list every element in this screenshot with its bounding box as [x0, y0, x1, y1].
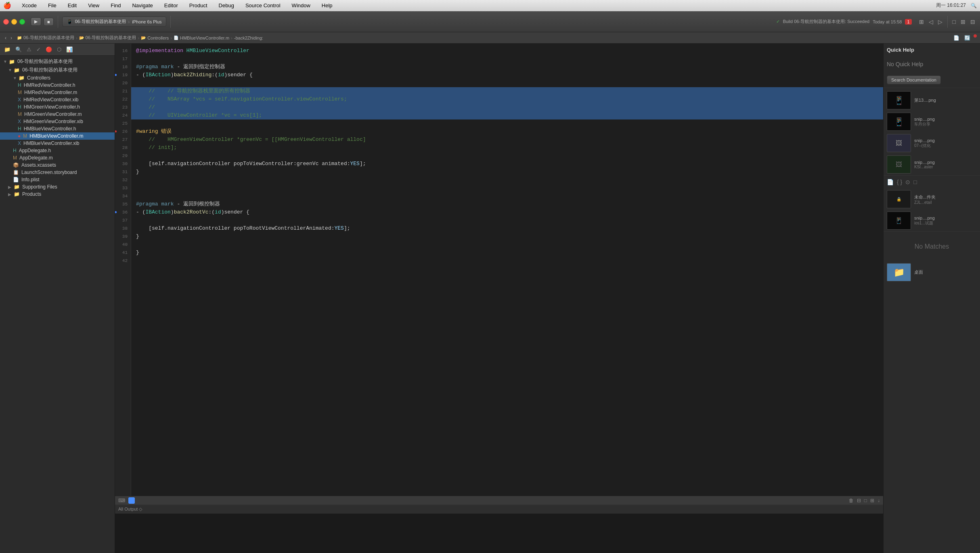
- menu-navigate[interactable]: Navigate: [130, 2, 155, 9]
- hide-navigator[interactable]: ◁: [927, 16, 935, 28]
- menu-xcode[interactable]: Xcode: [19, 2, 39, 9]
- nav-item-appdelegate-m[interactable]: M AppDelegate.m: [0, 154, 115, 161]
- file-thumb-2[interactable]: 📱 snip....png 车丹分享: [884, 111, 980, 132]
- nav-item-supporting[interactable]: ▶ 📁 Supporting Files: [0, 183, 115, 191]
- menu-file[interactable]: File: [46, 2, 59, 9]
- file-thumb-ios[interactable]: 📱 snip....png ios1...试题: [884, 210, 980, 231]
- ln-39: 39: [115, 233, 131, 241]
- nav-hmred-m-label: HMRedViewController.m: [24, 90, 77, 95]
- breadcrumb-method[interactable]: -back2Zhiding:: [234, 36, 263, 40]
- view-btn-2[interactable]: □: [864, 498, 867, 503]
- file-thumb-1[interactable]: 📱 第13....png: [884, 90, 980, 111]
- breadcrumb-actions: 📄 🔄: [952, 34, 977, 42]
- nav-item-hmred-m[interactable]: M HMRedViewController.m: [0, 89, 115, 96]
- breadcrumb-sep-2: ›: [138, 36, 139, 40]
- nav-item-assets[interactable]: 📦 Assets.xcassets: [0, 161, 115, 169]
- breadcrumb-back[interactable]: ‹: [3, 34, 8, 42]
- menu-editor[interactable]: Editor: [162, 2, 180, 9]
- nav-search-btn[interactable]: 🔍: [14, 46, 23, 53]
- apple-menu[interactable]: 🍎: [3, 2, 11, 9]
- close-button[interactable]: [3, 19, 9, 25]
- maximize-button[interactable]: [19, 19, 25, 25]
- ln-25: 25: [115, 119, 131, 128]
- nav-item-group1[interactable]: ▼ 📁 06-导航控制器的基本使用: [0, 66, 115, 74]
- breadcrumb-forward[interactable]: ›: [9, 34, 14, 42]
- menu-help[interactable]: Help: [319, 2, 335, 9]
- nav-item-controllers[interactable]: ▼ 📁 Controllers: [0, 74, 115, 82]
- breadcrumb-controllers[interactable]: 📂 Controllers: [141, 36, 169, 40]
- nav-item-hmgreen-xib[interactable]: X HMGreenViewController.xib: [0, 118, 115, 125]
- code-content[interactable]: 16 17 18 19 20 21 22 23 24 25 26 27 28 2…: [115, 44, 883, 496]
- code-line-31: }: [131, 168, 883, 176]
- nav-test-btn[interactable]: ✓: [35, 46, 42, 53]
- standard-editor[interactable]: □: [951, 16, 957, 28]
- console-left-icon[interactable]: ⌨: [118, 498, 125, 503]
- nav-folder-btn[interactable]: 📁: [2, 46, 12, 53]
- file-thumb-4[interactable]: 🖼 snip....png KSI...aster: [884, 154, 980, 175]
- version-editor[interactable]: ⊟: [969, 16, 977, 28]
- breadcrumb-file[interactable]: 📄 HMBlueViewController.m: [174, 36, 229, 40]
- menu-product[interactable]: Product: [187, 2, 210, 9]
- square-insp-icon[interactable]: □: [913, 179, 917, 185]
- view-btn-1[interactable]: ⊟: [857, 498, 861, 503]
- breadcrumb-bar: ‹ › 📁 06-导航控制器的基本使用 › 📂 06-导航控制器的基本使用 › …: [0, 32, 980, 44]
- code-line-19: - (IBAction)back2Zhiding:(id)sender {: [131, 71, 883, 79]
- minimize-button[interactable]: [11, 19, 17, 25]
- code-line-25: [131, 119, 883, 128]
- code-line-24: // UIViewController *vc = vcs[1];: [131, 111, 883, 119]
- nav-debug-btn[interactable]: 🔴: [44, 46, 54, 53]
- file-thumb-folder1[interactable]: 🔒 未命...件夹 ZJL...etail: [884, 189, 980, 210]
- nav-item-launchscreen[interactable]: 📋 LaunchScreen.storyboard: [0, 169, 115, 176]
- circle-insp-icon[interactable]: ⊙: [905, 179, 910, 185]
- nav-item-hmblue-xib[interactable]: X HMBlueViewController.xib: [0, 140, 115, 147]
- view-btn-3[interactable]: ⊞: [870, 498, 874, 503]
- add-file-btn[interactable]: 📄: [952, 34, 961, 42]
- show-inspector[interactable]: ▷: [936, 16, 944, 28]
- file-insp-icon[interactable]: 📄: [887, 179, 894, 185]
- console-content[interactable]: [115, 514, 883, 517]
- breadcrumb-group[interactable]: 📂 06-导航控制器的基本使用: [79, 35, 136, 41]
- nav-breakpoints-btn[interactable]: ⬡: [55, 46, 63, 53]
- menu-debug[interactable]: Debug: [216, 2, 237, 9]
- nav-item-info-plist[interactable]: 📄 Info.plist: [0, 176, 115, 183]
- menu-source-control[interactable]: Source Control: [243, 2, 283, 9]
- search-icon-menubar[interactable]: 🔍: [971, 3, 977, 8]
- assistant-editor[interactable]: ⊞: [959, 16, 967, 28]
- nav-report-btn[interactable]: 📊: [65, 46, 74, 53]
- menu-window[interactable]: Window: [289, 2, 313, 9]
- error-badge: 1: [905, 19, 911, 25]
- code-insp-icon[interactable]: { }: [897, 179, 902, 185]
- code-lines[interactable]: @implementation HMBlueViewController #pr…: [131, 44, 883, 496]
- nav-issues-btn[interactable]: ⚠: [25, 46, 33, 53]
- ln-21: 21: [115, 87, 131, 95]
- trash-btn[interactable]: 🗑: [849, 498, 854, 503]
- stop-button[interactable]: ■: [44, 18, 54, 26]
- scroll-down-btn[interactable]: ↓: [877, 498, 880, 503]
- nav-item-hmgreen-m[interactable]: M HMGreenViewController.m: [0, 111, 115, 118]
- nav-item-hmblue-m[interactable]: ● M HMBlueViewController.m: [0, 132, 115, 140]
- run-button[interactable]: ▶: [31, 17, 41, 26]
- scheme-selector[interactable]: 📱 06-导航控制器的基本使用 › iPhone 6s Plus: [62, 17, 166, 27]
- navigator-toggle[interactable]: ⊞: [917, 16, 926, 28]
- menu-find[interactable]: Find: [108, 2, 123, 9]
- breadcrumb-project[interactable]: 📁 06-导航控制器的基本使用: [17, 35, 74, 41]
- refresh-btn[interactable]: 🔄: [963, 34, 972, 42]
- nav-item-hmred-h[interactable]: H HMRedViewController.h: [0, 82, 115, 89]
- nav-item-project[interactable]: ▼ 📁 06-导航控制器的基本使用: [0, 57, 115, 66]
- console-output-label: All Output ◇: [118, 507, 142, 512]
- nav-item-hmred-xib[interactable]: X HMRedViewController.xib: [0, 96, 115, 103]
- nav-item-products[interactable]: ▶ 📁 Products: [0, 191, 115, 198]
- code-editor: 16 17 18 19 20 21 22 23 24 25 26 27 28 2…: [115, 44, 883, 553]
- file-thumb-desktop[interactable]: 📁 桌面: [884, 262, 980, 283]
- build-status: ✓ Build 06-导航控制器的基本使用: Succeeded Today a…: [776, 19, 912, 25]
- menu-view[interactable]: View: [86, 2, 102, 9]
- nav-item-hmblue-h[interactable]: H HMBlueViewController.h: [0, 125, 115, 132]
- file-thumb-3[interactable]: 🖼 snip....png 07--(优化: [884, 132, 980, 154]
- breadcrumb-sep-3: ›: [170, 36, 172, 40]
- menu-edit[interactable]: Edit: [65, 2, 79, 9]
- thumb-img-3: 🖼: [887, 134, 911, 152]
- nav-item-hmgreen-h[interactable]: H HMGreenViewController.h: [0, 103, 115, 111]
- nav-launchscreen-label: LaunchScreen.storyboard: [21, 170, 77, 175]
- nav-item-appdelegate-h[interactable]: H AppDelegate.h: [0, 147, 115, 154]
- search-documentation-button[interactable]: Search Documentation: [887, 75, 941, 84]
